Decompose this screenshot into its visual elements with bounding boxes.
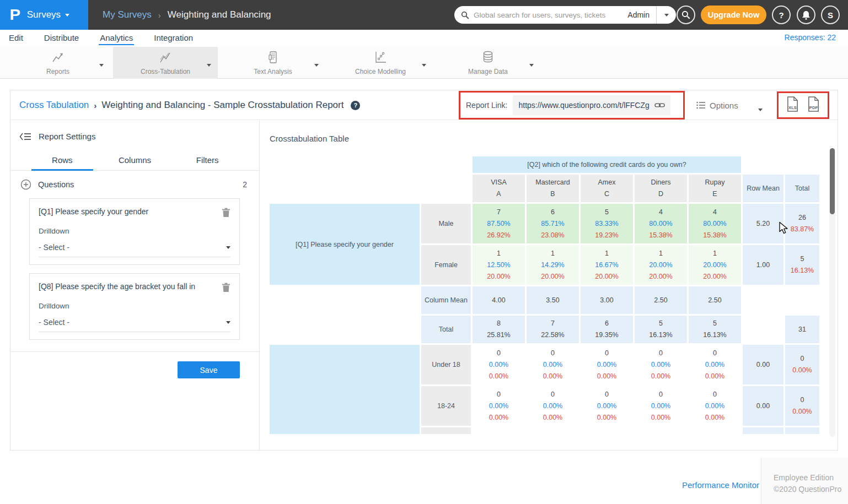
- avatar[interactable]: S: [821, 6, 840, 24]
- row-group-cell: [270, 345, 420, 434]
- data-cell: 00.00%0.00%: [527, 386, 579, 426]
- collapse-panel-icon[interactable]: [19, 132, 31, 141]
- report-help-icon[interactable]: ?: [351, 101, 360, 110]
- search-icon: [681, 10, 690, 19]
- tab-choice-modelling[interactable]: Choice Modelling: [328, 47, 433, 79]
- subnav-item-edit[interactable]: Edit: [8, 31, 24, 46]
- total-cell: [785, 427, 819, 434]
- cell-line: 0: [581, 389, 633, 400]
- data-cell: 480.00%15.38%: [635, 204, 687, 243]
- tab-text-analysis[interactable]: Text Analysis: [221, 47, 325, 79]
- survey-subnav: Edit Distribute Analytics Integration: [0, 30, 848, 47]
- add-question-button[interactable]: [20, 179, 31, 190]
- cell-line: 0.00%: [473, 412, 525, 424]
- column-header: RupayE: [689, 175, 741, 202]
- cell-line: 20.00%: [689, 271, 741, 283]
- cell-line: D: [638, 188, 684, 200]
- tab-reports-dropdown[interactable]: [99, 59, 104, 69]
- subnav-item-analytics[interactable]: Analytics: [99, 31, 134, 46]
- row-label-cell: Total: [421, 316, 471, 343]
- responses-count[interactable]: Responses: 22: [785, 33, 836, 42]
- column-header: VISAA: [473, 175, 525, 202]
- options-dropdown[interactable]: [758, 104, 763, 113]
- document-icon: [266, 50, 280, 64]
- blank-cell: [785, 156, 819, 173]
- tab-choice-modelling-dropdown[interactable]: [422, 59, 426, 69]
- analytics-tabstrip: Reports Cross-Tabulation Text Analysis C…: [0, 47, 848, 79]
- export-xls-button[interactable]: XLS: [786, 96, 799, 115]
- search-scope-dropdown[interactable]: [656, 6, 676, 24]
- tab-manage-data-dropdown[interactable]: [529, 59, 534, 69]
- subnav-item-integration[interactable]: Integration: [153, 31, 194, 46]
- cell-line: VISA: [476, 177, 522, 188]
- tab-manage-data[interactable]: Manage Data: [436, 47, 540, 79]
- subnav-item-distribute[interactable]: Distribute: [43, 31, 80, 46]
- tab-columns[interactable]: Columns: [99, 152, 171, 170]
- export-pdf-button[interactable]: PDF: [807, 96, 820, 115]
- data-cell: 00.00%0.00%: [635, 345, 687, 384]
- cross-tabulation-link[interactable]: Cross Tabulation: [19, 100, 89, 111]
- data-cell: 120.00%20.00%: [689, 245, 741, 285]
- table-row: Column Mean4.003.503.002.502.50: [270, 286, 819, 314]
- report-panel: Cross Tabulation › Weighting and Balanci…: [10, 90, 838, 451]
- row-mean-cell: 5.20: [743, 204, 783, 243]
- help-button[interactable]: ?: [772, 6, 791, 24]
- row-label-cell: Female: [421, 245, 471, 285]
- table-scrollbar-thumb[interactable]: [830, 148, 835, 214]
- tab-text-analysis-dropdown[interactable]: [314, 59, 319, 69]
- total-cell: [785, 286, 819, 314]
- breadcrumb-current: Weighting and Balancing: [168, 9, 271, 20]
- data-cell: 685.71%23.08%: [527, 204, 579, 243]
- save-button[interactable]: Save: [178, 361, 240, 378]
- chevron-down-icon: [207, 64, 211, 67]
- tab-reports[interactable]: Reports: [6, 47, 110, 79]
- questionpro-logo[interactable]: P Surveys: [0, 0, 88, 30]
- cell-line: 25.81%: [473, 329, 525, 341]
- cell-line: 19.35%: [581, 329, 633, 341]
- table-header-row: [Q2] which of the following credit cards…: [270, 156, 819, 173]
- row-mean-cell: [743, 286, 783, 314]
- search-submit-button[interactable]: [677, 6, 695, 24]
- cell-line: 0.00%: [635, 371, 687, 382]
- drilldown-select[interactable]: - Select -: [39, 243, 230, 257]
- delete-question-button[interactable]: [222, 283, 230, 292]
- cell-line: B: [530, 188, 576, 200]
- total-cell: 00.00%: [785, 345, 819, 384]
- crosstab-table: [Q2] which of the following credit cards…: [268, 155, 821, 436]
- svg-text:PDF: PDF: [809, 105, 818, 110]
- cell-line: Rupay: [692, 177, 738, 188]
- delete-question-button[interactable]: [222, 208, 230, 218]
- data-cell: 722.58%: [527, 316, 579, 343]
- report-link-field[interactable]: https://www.questionpro.com/t/lFFCZg: [513, 95, 670, 115]
- cell-line: 0.00%: [635, 400, 687, 412]
- cell-line: 5: [635, 318, 687, 329]
- notifications-button[interactable]: [797, 6, 815, 24]
- data-cell: 516.13%: [689, 316, 741, 343]
- row-group-cell: [Q1] Please specify your gender: [270, 204, 420, 285]
- tab-cross-tabulation[interactable]: Cross-Tabulation: [113, 47, 218, 79]
- scatter-chart-icon: [373, 50, 388, 64]
- report-title: Weighting and Balancing - Sample Crossta…: [101, 100, 344, 111]
- options-button[interactable]: Options: [696, 90, 738, 120]
- upgrade-now-button[interactable]: Upgrade Now: [701, 6, 766, 24]
- row-mean-cell: [743, 427, 783, 434]
- data-cell: 114.29%20.00%: [527, 245, 579, 285]
- data-cell: [527, 427, 579, 434]
- avatar-letter: S: [828, 10, 833, 20]
- drilldown-select[interactable]: - Select -: [39, 318, 230, 332]
- blank-cell: [743, 156, 783, 173]
- cell-line: 8: [473, 318, 525, 329]
- global-search: Admin: [454, 6, 676, 24]
- tab-filters[interactable]: Filters: [171, 152, 244, 170]
- cell-line: Amex: [584, 177, 630, 188]
- product-switcher[interactable]: Surveys: [27, 9, 69, 20]
- cell-line: 0.00%: [473, 371, 525, 382]
- breadcrumb-my-surveys[interactable]: My Surveys: [103, 9, 152, 20]
- tab-cross-tabulation-dropdown[interactable]: [207, 59, 211, 69]
- table-row: [Q1] Please specify your genderMale787.5…: [270, 204, 819, 243]
- performance-monitor-link[interactable]: Performance Monitor: [682, 480, 759, 490]
- crosstab-panel: Crosstabulation Table [Q2] which of the …: [260, 121, 838, 450]
- tab-rows[interactable]: Rows: [26, 152, 99, 170]
- search-input[interactable]: [474, 11, 627, 19]
- report-link-url[interactable]: https://www.questionpro.com/t/lFFCZg: [518, 101, 649, 110]
